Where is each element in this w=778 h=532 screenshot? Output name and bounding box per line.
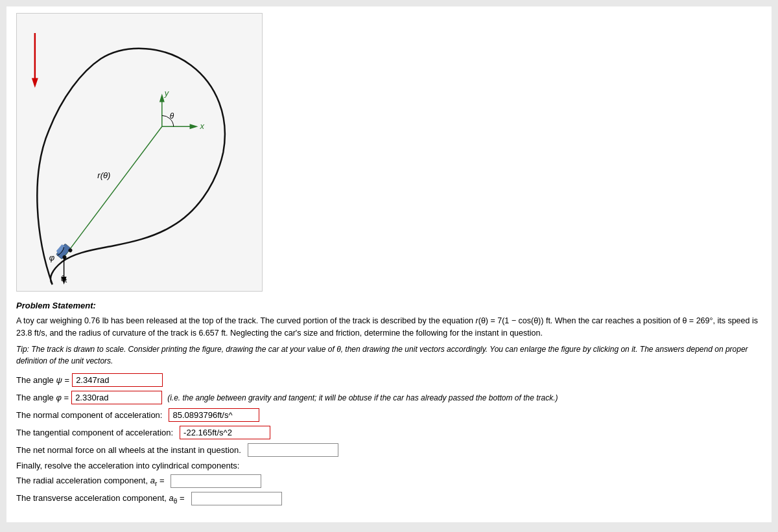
angle-phi-label: The angle φ = [16,393,69,402]
figure-area: r(θ) y x θ [16,13,263,292]
angle-phi-hint: (i.e. the angle between gravity and tang… [167,393,558,402]
transverse-accel-label: The transverse acceleration component, a… [16,493,185,505]
problem-text: A toy car weighing 0.76 lb has been rele… [16,315,762,340]
normal-accel-label: The normal component of acceleration: [16,410,162,420]
svg-text:û: û [61,274,65,283]
radial-accel-input[interactable] [171,474,261,488]
tip-text: Tip: The track is drawn to scale. Consid… [16,343,762,367]
radial-accel-label: The radial acceleration component, ar = [16,476,164,487]
svg-text:r(θ): r(θ) [97,170,110,180]
svg-text:θ: θ [170,111,174,121]
page-container: r(θ) y x θ [6,6,772,522]
svg-text:t: t [65,277,67,284]
problem-section: Problem Statement: A toy car weighing 0.… [16,299,762,367]
net-normal-force-label: The net normal force on all wheels at th… [16,445,241,455]
normal-accel-input[interactable] [169,408,259,422]
transverse-accel-row: The transverse acceleration component, a… [16,492,762,505]
tangential-accel-row: The tangential component of acceleration… [16,426,762,439]
problem-title: Problem Statement: [16,299,762,312]
angle-psi-row: The angle ψ = [16,373,762,387]
transverse-accel-input[interactable] [191,492,282,505]
tangential-accel-input[interactable] [180,426,270,439]
normal-accel-row: The normal component of acceleration: [16,408,762,422]
net-normal-force-row: The net normal force on all wheels at th… [16,443,762,457]
net-normal-force-input[interactable] [248,443,338,457]
tangential-accel-label: The tangential component of acceleration… [16,428,173,437]
svg-text:φ: φ [49,253,55,262]
cylindrical-label: Finally, resolve the acceleration into c… [16,461,762,470]
svg-text:x: x [200,121,205,131]
angle-psi-input[interactable] [72,373,163,387]
radial-accel-row: The radial acceleration component, ar = [16,474,762,488]
svg-rect-0 [17,14,262,291]
angle-phi-row: The angle φ = (i.e. the angle between gr… [16,391,762,404]
angle-psi-label: The angle ψ = [16,375,69,385]
angle-phi-input[interactable] [71,391,162,404]
